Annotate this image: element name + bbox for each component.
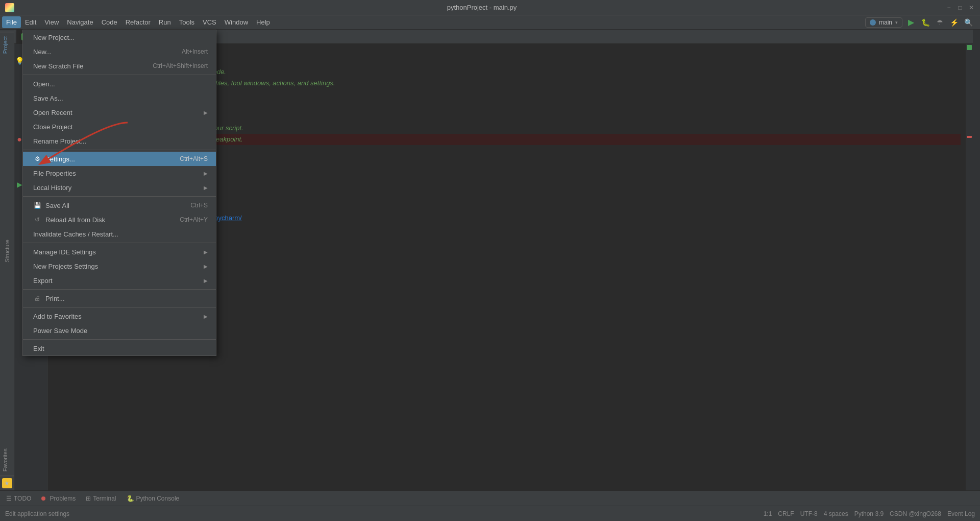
local-history-arrow: ▶ <box>204 185 208 191</box>
menu-item-tools[interactable]: Tools <box>175 16 199 28</box>
problems-tab[interactable]: Problems <box>39 493 78 504</box>
menu-invalidate-caches[interactable]: Invalidate Caches / Restart... <box>23 227 216 241</box>
bottom-toolbar: ☰ TODO Problems ⊞ Terminal 🐍 Python Cons… <box>0 490 980 506</box>
encoding[interactable]: UTF-8 <box>800 510 818 517</box>
close-button[interactable]: ✕ <box>968 4 975 11</box>
window-controls: − □ ✕ <box>945 4 975 11</box>
add-favorites-label: Add to Favorites <box>33 313 82 320</box>
structure-tab[interactable]: Structure <box>2 238 12 265</box>
python-console-label: Python Console <box>136 495 180 502</box>
error-stripe-ok <box>967 45 972 50</box>
separator-6 <box>23 307 216 307</box>
menu-open[interactable]: Open... <box>23 77 216 91</box>
maximize-button[interactable]: □ <box>957 4 964 11</box>
debug-button[interactable]: 🐛 <box>920 17 931 28</box>
open-recent-label: Open Recent <box>33 109 72 116</box>
status-right: 1:1 CRLF UTF-8 4 spaces Python 3.9 CSDN … <box>764 510 975 517</box>
menu-item-vcs[interactable]: VCS <box>199 16 220 28</box>
menu-rename-project[interactable]: Rename Project... <box>23 134 216 148</box>
menu-file-properties[interactable]: File Properties ▶ <box>23 166 216 180</box>
python-console-tab[interactable]: 🐍 Python Console <box>125 493 182 504</box>
menu-item-navigate[interactable]: Navigate <box>63 16 97 28</box>
window-title: pythonProject - main.py <box>18 4 945 11</box>
new-scratch-shortcut: Ctrl+Alt+Shift+Insert <box>153 62 208 69</box>
new-label: New... <box>33 48 52 56</box>
coverage-button[interactable]: ☂ <box>934 17 945 28</box>
profile-button[interactable]: ⚡ <box>948 17 960 28</box>
menu-manage-ide[interactable]: Manage IDE Settings ▶ <box>23 245 216 259</box>
project-tab[interactable]: Project <box>0 32 14 58</box>
menu-item-edit[interactable]: Edit <box>21 16 40 28</box>
run-button[interactable]: ▶ <box>905 17 917 28</box>
problems-dot <box>41 496 45 501</box>
separator-3 <box>23 196 216 197</box>
menu-item-file[interactable]: File <box>2 16 21 28</box>
local-history-label: Local History <box>33 184 71 192</box>
menu-new-scratch[interactable]: New Scratch File Ctrl+Alt+Shift+Insert <box>23 59 216 73</box>
favorites-tab[interactable]: Favorites <box>0 444 14 476</box>
indent-setting[interactable]: 4 spaces <box>824 510 848 517</box>
save-as-label: Save As... <box>33 94 63 102</box>
status-bar: Edit application settings 1:1 CRLF UTF-8… <box>0 506 980 521</box>
menu-export[interactable]: Export ▶ <box>23 273 216 288</box>
editor-scrollbar[interactable] <box>973 30 980 490</box>
menu-reload-disk[interactable]: ↺ Reload All from Disk Ctrl+Alt+Y <box>23 212 216 227</box>
menu-item-run[interactable]: Run <box>155 16 175 28</box>
title-bar: pythonProject - main.py − □ ✕ <box>0 0 980 15</box>
menu-settings[interactable]: ⚙ Settings... Ctrl+Alt+S <box>23 152 216 166</box>
menu-item-code[interactable]: Code <box>97 16 121 28</box>
todo-tab[interactable]: ☰ TODO <box>4 493 33 504</box>
separator-5 <box>23 289 216 290</box>
file-props-label: File Properties <box>33 170 76 177</box>
separator-2 <box>23 150 216 150</box>
menu-open-recent[interactable]: Open Recent ▶ <box>23 105 216 120</box>
search-everywhere-button[interactable]: 🔍 <box>963 17 974 28</box>
reload-label: Reload All from Disk <box>45 216 105 224</box>
run-config-label: main <box>879 19 892 26</box>
menu-exit[interactable]: Exit <box>23 341 216 356</box>
event-log-button[interactable]: Event Log <box>947 510 975 517</box>
menu-power-save[interactable]: Power Save Mode <box>23 323 216 338</box>
menu-save-as[interactable]: Save As... <box>23 91 216 105</box>
menu-item-window[interactable]: Window <box>220 16 252 28</box>
exit-label: Exit <box>33 345 44 352</box>
menu-bar: File Edit View Navigate Code Refactor Ru… <box>0 15 980 30</box>
chevron-down-icon: ▾ <box>895 20 898 25</box>
manage-ide-label: Manage IDE Settings <box>33 248 96 256</box>
favorites-star-icon[interactable]: ★ <box>2 478 12 488</box>
menu-print[interactable]: 🖨 Print... <box>23 291 216 305</box>
terminal-tab[interactable]: ⊞ Terminal <box>84 493 118 504</box>
menu-new[interactable]: New... Alt+Insert <box>23 44 216 59</box>
add-favorites-arrow: ▶ <box>204 314 208 319</box>
cursor-position[interactable]: 1:1 <box>764 510 772 517</box>
menu-local-history[interactable]: Local History ▶ <box>23 180 216 195</box>
status-left: Edit application settings <box>5 510 69 517</box>
python-version[interactable]: Python 3.9 <box>854 510 884 517</box>
app-logo <box>5 3 14 12</box>
menu-item-help[interactable]: Help <box>252 16 274 28</box>
minimize-button[interactable]: − <box>945 4 952 11</box>
new-scratch-label: New Scratch File <box>33 62 83 70</box>
menu-new-project[interactable]: New Project... <box>23 30 216 44</box>
print-icon: 🖨 <box>33 294 41 302</box>
settings-shortcut: Ctrl+Alt+S <box>180 155 208 162</box>
save-all-label: Save All <box>45 202 69 209</box>
export-arrow: ▶ <box>204 278 208 283</box>
print-label: Print... <box>45 295 65 302</box>
menu-save-all[interactable]: 💾 Save All Ctrl+S <box>23 198 216 212</box>
open-label: Open... <box>33 80 55 88</box>
menu-item-view[interactable]: View <box>40 16 63 28</box>
line-ending[interactable]: CRLF <box>778 510 794 517</box>
run-config-selector[interactable]: main ▾ <box>865 17 902 28</box>
separator-7 <box>23 339 216 340</box>
menu-add-favorites[interactable]: Add to Favorites ▶ <box>23 309 216 323</box>
new-projects-arrow: ▶ <box>204 264 208 269</box>
python-icon: 🐍 <box>127 495 134 502</box>
edit-settings-link[interactable]: Edit application settings <box>5 510 69 517</box>
problems-label: Problems <box>50 495 76 502</box>
power-save-label: Power Save Mode <box>33 327 87 335</box>
menu-close-project[interactable]: Close Project <box>23 120 216 134</box>
menu-item-refactor[interactable]: Refactor <box>121 16 155 28</box>
menu-new-projects-settings[interactable]: New Projects Settings ▶ <box>23 259 216 273</box>
run-config-icon <box>870 19 876 26</box>
